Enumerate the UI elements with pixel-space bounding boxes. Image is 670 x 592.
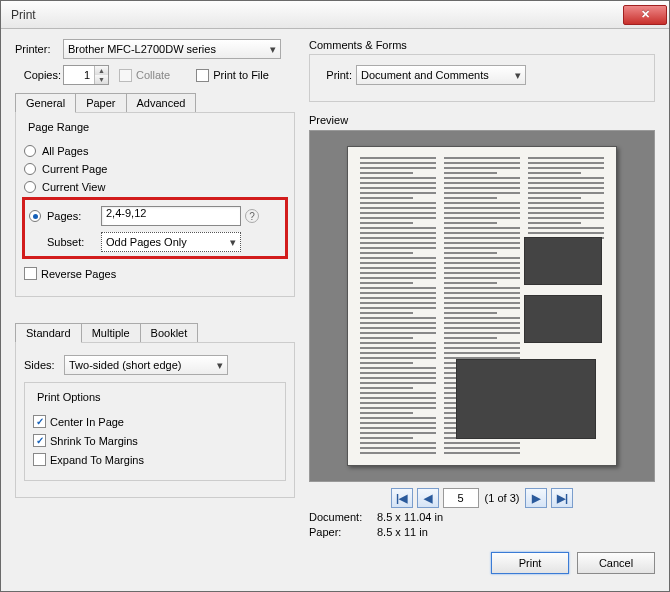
tab-paper[interactable]: Paper [75, 93, 126, 112]
sides-dropdown[interactable]: Two-sided (short edge) ▾ [64, 355, 228, 375]
page-total-text: (1 of 3) [483, 488, 522, 508]
collate-label: Collate [136, 69, 170, 81]
chevron-down-icon: ▾ [509, 69, 521, 82]
close-icon: ✕ [641, 8, 650, 21]
reverse-pages-label: Reverse Pages [41, 268, 116, 280]
print-to-file-label: Print to File [213, 69, 269, 81]
preview-image-thumb [524, 237, 602, 285]
sides-label: Sides: [24, 359, 64, 371]
print-options-group: Print Options Center In Page Shrink To M… [24, 382, 286, 481]
collate-checkbox [119, 69, 132, 82]
copies-stepper[interactable]: ▲▼ [63, 65, 109, 85]
copies-label: Copies: [15, 69, 63, 81]
print-dialog: Print ✕ Printer: Brother MFC-L2700DW ser… [0, 0, 670, 592]
radio-current-view[interactable] [24, 181, 36, 193]
next-page-icon: ▶ [532, 492, 540, 505]
tab-booklet[interactable]: Booklet [140, 323, 199, 342]
shrink-to-margins-label: Shrink To Margins [50, 435, 138, 447]
nav-first-button[interactable]: |◀ [391, 488, 413, 508]
highlight-annotation: Pages: 2,4-9,12 ? Subset: Odd Pages Only… [22, 197, 288, 259]
subset-value: Odd Pages Only [106, 236, 187, 248]
chevron-down-icon: ▾ [224, 236, 236, 249]
preview-area [309, 130, 655, 482]
expand-to-margins-label: Expand To Margins [50, 454, 144, 466]
subset-label: Subset: [47, 236, 101, 248]
prev-page-icon: ◀ [424, 492, 432, 505]
center-in-page-label: Center In Page [50, 416, 124, 428]
first-page-icon: |◀ [396, 492, 407, 505]
printer-dropdown[interactable]: Brother MFC-L2700DW series ▾ [63, 39, 281, 59]
current-view-label: Current View [42, 181, 105, 193]
nav-last-button[interactable]: ▶| [551, 488, 573, 508]
page-preview [347, 146, 617, 466]
page-nav: |◀ ◀ 5 (1 of 3) ▶ ▶| [309, 488, 655, 508]
paper-size-value: 8.5 x 11 in [377, 526, 428, 538]
preview-image-thumb [456, 359, 596, 439]
standard-group: Sides: Two-sided (short edge) ▾ Print Op… [15, 342, 295, 498]
document-size-value: 8.5 x 11.04 in [377, 511, 443, 523]
page-range-group: Page Range All Pages Current Page Curren… [15, 112, 295, 297]
tabs-top: General Paper Advanced [15, 93, 295, 113]
window-title: Print [11, 8, 623, 22]
tabs-mid: Standard Multiple Booklet [15, 323, 295, 343]
reverse-pages-checkbox[interactable] [24, 267, 37, 280]
center-in-page-checkbox[interactable] [33, 415, 46, 428]
shrink-to-margins-checkbox[interactable] [33, 434, 46, 447]
spin-up-icon[interactable]: ▲ [95, 66, 108, 75]
comments-group: Print: Document and Comments ▾ [309, 54, 655, 102]
pages-input[interactable]: 2,4-9,12 [101, 206, 241, 226]
chevron-down-icon: ▾ [211, 359, 223, 372]
comments-print-dropdown[interactable]: Document and Comments ▾ [356, 65, 526, 85]
subset-dropdown[interactable]: Odd Pages Only ▾ [101, 232, 241, 252]
chevron-down-icon: ▾ [264, 43, 276, 56]
nav-next-button[interactable]: ▶ [525, 488, 547, 508]
nav-prev-button[interactable]: ◀ [417, 488, 439, 508]
copies-input[interactable] [64, 66, 94, 84]
cancel-button[interactable]: Cancel [577, 552, 655, 574]
radio-all-pages[interactable] [24, 145, 36, 157]
radio-pages[interactable] [29, 210, 41, 222]
close-button[interactable]: ✕ [623, 5, 667, 25]
print-button[interactable]: Print [491, 552, 569, 574]
radio-current-page[interactable] [24, 163, 36, 175]
printer-label: Printer: [15, 43, 63, 55]
last-page-icon: ▶| [557, 492, 568, 505]
preview-label: Preview [309, 114, 655, 126]
document-size-label: Document: [309, 511, 377, 523]
expand-to-margins-checkbox[interactable] [33, 453, 46, 466]
current-page-label: Current Page [42, 163, 107, 175]
comments-print-label: Print: [320, 69, 356, 81]
help-icon[interactable]: ? [245, 209, 259, 223]
page-number-input[interactable]: 5 [443, 488, 479, 508]
sides-value: Two-sided (short edge) [69, 359, 182, 371]
print-to-file-checkbox[interactable] [196, 69, 209, 82]
tab-standard[interactable]: Standard [15, 323, 82, 343]
comments-print-value: Document and Comments [361, 69, 489, 81]
spin-down-icon[interactable]: ▼ [95, 75, 108, 84]
all-pages-label: All Pages [42, 145, 88, 157]
print-options-title: Print Options [33, 391, 105, 403]
paper-size-label: Paper: [309, 526, 377, 538]
page-range-title: Page Range [24, 121, 93, 133]
preview-image-thumb [524, 295, 602, 343]
tab-multiple[interactable]: Multiple [81, 323, 141, 342]
tab-advanced[interactable]: Advanced [126, 93, 197, 112]
tab-general[interactable]: General [15, 93, 76, 113]
pages-label: Pages: [47, 210, 101, 222]
comments-forms-title: Comments & Forms [309, 39, 655, 51]
printer-selected: Brother MFC-L2700DW series [68, 43, 216, 55]
titlebar[interactable]: Print ✕ [1, 1, 669, 29]
